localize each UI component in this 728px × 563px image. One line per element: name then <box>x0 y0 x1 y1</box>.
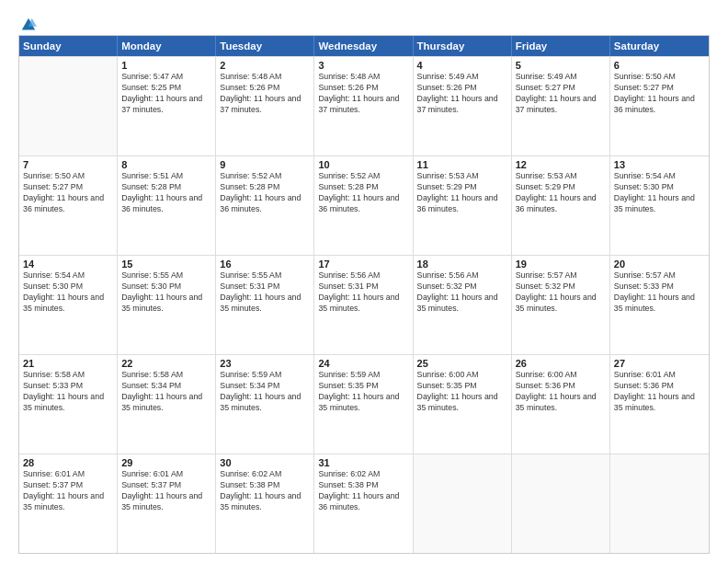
day-info: Sunrise: 5:58 AMSunset: 5:34 PMDaylight:… <box>121 370 211 414</box>
cal-cell-22: 22Sunrise: 5:58 AMSunset: 5:34 PMDayligh… <box>118 355 216 454</box>
calendar-row-0: 1Sunrise: 5:47 AMSunset: 5:25 PMDaylight… <box>19 56 709 155</box>
day-info: Sunrise: 5:50 AMSunset: 5:27 PMDaylight:… <box>614 72 705 116</box>
cal-cell-25: 25Sunrise: 6:00 AMSunset: 5:35 PMDayligh… <box>414 355 512 454</box>
day-info: Sunrise: 5:57 AMSunset: 5:32 PMDaylight:… <box>516 270 606 315</box>
day-info: Sunrise: 6:00 AMSunset: 5:35 PMDaylight:… <box>417 370 507 414</box>
calendar-header: SundayMondayTuesdayWednesdayThursdayFrid… <box>19 36 709 56</box>
day-number: 1 <box>121 60 211 71</box>
header-day-wednesday: Wednesday <box>314 36 413 56</box>
day-number: 10 <box>318 159 408 170</box>
cal-cell-10: 10Sunrise: 5:52 AMSunset: 5:28 PMDayligh… <box>314 156 413 255</box>
cal-cell-18: 18Sunrise: 5:56 AMSunset: 5:32 PMDayligh… <box>414 256 512 354</box>
day-number: 9 <box>220 159 310 170</box>
logo-icon <box>20 17 37 33</box>
day-info: Sunrise: 5:47 AMSunset: 5:25 PMDaylight:… <box>121 72 211 116</box>
day-info: Sunrise: 5:50 AMSunset: 5:27 PMDaylight:… <box>23 171 113 215</box>
calendar-row-4: 28Sunrise: 6:01 AMSunset: 5:37 PMDayligh… <box>19 454 709 553</box>
cal-cell-8: 8Sunrise: 5:51 AMSunset: 5:28 PMDaylight… <box>118 156 216 255</box>
day-info: Sunrise: 5:52 AMSunset: 5:28 PMDaylight:… <box>220 171 310 215</box>
header-day-sunday: Sunday <box>19 36 118 56</box>
day-info: Sunrise: 6:01 AMSunset: 5:37 PMDaylight:… <box>121 469 211 513</box>
cal-cell-empty-4 <box>414 454 512 553</box>
cal-cell-5: 5Sunrise: 5:49 AMSunset: 5:27 PMDaylight… <box>512 57 610 155</box>
day-info: Sunrise: 5:51 AMSunset: 5:28 PMDaylight:… <box>121 171 211 215</box>
day-number: 6 <box>614 60 705 71</box>
cal-cell-6: 6Sunrise: 5:50 AMSunset: 5:27 PMDaylight… <box>610 57 709 155</box>
header-day-friday: Friday <box>512 36 610 56</box>
cal-cell-empty-5 <box>512 454 610 553</box>
cal-cell-12: 12Sunrise: 5:53 AMSunset: 5:29 PMDayligh… <box>512 156 610 255</box>
header-day-tuesday: Tuesday <box>216 36 314 56</box>
header-day-saturday: Saturday <box>610 36 709 56</box>
day-info: Sunrise: 5:48 AMSunset: 5:26 PMDaylight:… <box>318 72 408 116</box>
cal-cell-1: 1Sunrise: 5:47 AMSunset: 5:25 PMDaylight… <box>118 57 216 155</box>
day-number: 15 <box>121 259 211 270</box>
day-info: Sunrise: 5:56 AMSunset: 5:32 PMDaylight:… <box>417 270 507 315</box>
day-info: Sunrise: 6:02 AMSunset: 5:38 PMDaylight:… <box>318 469 408 513</box>
cal-cell-3: 3Sunrise: 5:48 AMSunset: 5:26 PMDaylight… <box>314 57 413 155</box>
day-number: 17 <box>318 259 408 270</box>
cal-cell-29: 29Sunrise: 6:01 AMSunset: 5:37 PMDayligh… <box>118 454 216 553</box>
cal-cell-19: 19Sunrise: 5:57 AMSunset: 5:32 PMDayligh… <box>512 256 610 354</box>
cal-cell-24: 24Sunrise: 5:59 AMSunset: 5:35 PMDayligh… <box>314 355 413 454</box>
day-info: Sunrise: 5:58 AMSunset: 5:33 PMDaylight:… <box>23 370 113 414</box>
day-number: 19 <box>516 259 606 270</box>
cal-cell-21: 21Sunrise: 5:58 AMSunset: 5:33 PMDayligh… <box>19 355 118 454</box>
day-number: 18 <box>417 259 507 270</box>
day-number: 29 <box>121 457 211 468</box>
day-number: 25 <box>417 358 507 369</box>
cal-cell-23: 23Sunrise: 5:59 AMSunset: 5:34 PMDayligh… <box>216 355 314 454</box>
day-info: Sunrise: 6:01 AMSunset: 5:36 PMDaylight:… <box>614 370 705 414</box>
logo <box>18 17 37 29</box>
day-number: 12 <box>516 159 606 170</box>
cal-cell-2: 2Sunrise: 5:48 AMSunset: 5:26 PMDaylight… <box>216 57 314 155</box>
day-info: Sunrise: 5:48 AMSunset: 5:26 PMDaylight:… <box>220 72 310 116</box>
day-number: 8 <box>121 159 211 170</box>
day-number: 11 <box>417 159 507 170</box>
day-info: Sunrise: 5:53 AMSunset: 5:29 PMDaylight:… <box>417 171 507 215</box>
day-info: Sunrise: 6:01 AMSunset: 5:37 PMDaylight:… <box>23 469 113 513</box>
cal-cell-20: 20Sunrise: 5:57 AMSunset: 5:33 PMDayligh… <box>610 256 709 354</box>
cal-cell-26: 26Sunrise: 6:00 AMSunset: 5:36 PMDayligh… <box>512 355 610 454</box>
cal-cell-empty-6 <box>610 454 709 553</box>
cal-cell-15: 15Sunrise: 5:55 AMSunset: 5:30 PMDayligh… <box>118 256 216 354</box>
cal-cell-30: 30Sunrise: 6:02 AMSunset: 5:38 PMDayligh… <box>216 454 314 553</box>
day-number: 27 <box>614 358 705 369</box>
calendar-row-2: 14Sunrise: 5:54 AMSunset: 5:30 PMDayligh… <box>19 255 709 354</box>
day-number: 14 <box>23 259 113 270</box>
day-info: Sunrise: 6:00 AMSunset: 5:36 PMDaylight:… <box>516 370 606 414</box>
day-info: Sunrise: 5:57 AMSunset: 5:33 PMDaylight:… <box>614 270 705 315</box>
day-number: 7 <box>23 159 113 170</box>
cal-cell-17: 17Sunrise: 5:56 AMSunset: 5:31 PMDayligh… <box>314 256 413 354</box>
day-info: Sunrise: 5:54 AMSunset: 5:30 PMDaylight:… <box>614 171 705 215</box>
header-day-thursday: Thursday <box>414 36 512 56</box>
day-number: 16 <box>220 259 310 270</box>
calendar: SundayMondayTuesdayWednesdayThursdayFrid… <box>18 35 710 554</box>
header-day-monday: Monday <box>118 36 216 56</box>
day-number: 30 <box>220 457 310 468</box>
day-info: Sunrise: 6:02 AMSunset: 5:38 PMDaylight:… <box>220 469 310 513</box>
cal-cell-13: 13Sunrise: 5:54 AMSunset: 5:30 PMDayligh… <box>610 156 709 255</box>
day-info: Sunrise: 5:56 AMSunset: 5:31 PMDaylight:… <box>318 270 408 315</box>
calendar-row-3: 21Sunrise: 5:58 AMSunset: 5:33 PMDayligh… <box>19 354 709 454</box>
day-info: Sunrise: 5:55 AMSunset: 5:30 PMDaylight:… <box>121 270 211 315</box>
day-number: 2 <box>220 60 310 71</box>
day-number: 23 <box>220 358 310 369</box>
day-number: 13 <box>614 159 705 170</box>
cal-cell-27: 27Sunrise: 6:01 AMSunset: 5:36 PMDayligh… <box>610 355 709 454</box>
day-number: 28 <box>23 457 113 468</box>
cal-cell-empty-0 <box>19 57 118 155</box>
page: SundayMondayTuesdayWednesdayThursdayFrid… <box>0 0 728 563</box>
day-info: Sunrise: 5:52 AMSunset: 5:28 PMDaylight:… <box>318 171 408 215</box>
cal-cell-4: 4Sunrise: 5:49 AMSunset: 5:26 PMDaylight… <box>414 57 512 155</box>
day-number: 26 <box>516 358 606 369</box>
cal-cell-9: 9Sunrise: 5:52 AMSunset: 5:28 PMDaylight… <box>216 156 314 255</box>
cal-cell-31: 31Sunrise: 6:02 AMSunset: 5:38 PMDayligh… <box>314 454 413 553</box>
day-info: Sunrise: 5:53 AMSunset: 5:29 PMDaylight:… <box>516 171 606 215</box>
cal-cell-16: 16Sunrise: 5:55 AMSunset: 5:31 PMDayligh… <box>216 256 314 354</box>
day-number: 24 <box>318 358 408 369</box>
day-number: 20 <box>614 259 705 270</box>
calendar-row-1: 7Sunrise: 5:50 AMSunset: 5:27 PMDaylight… <box>19 155 709 255</box>
day-number: 4 <box>417 60 507 71</box>
day-info: Sunrise: 5:55 AMSunset: 5:31 PMDaylight:… <box>220 270 310 315</box>
